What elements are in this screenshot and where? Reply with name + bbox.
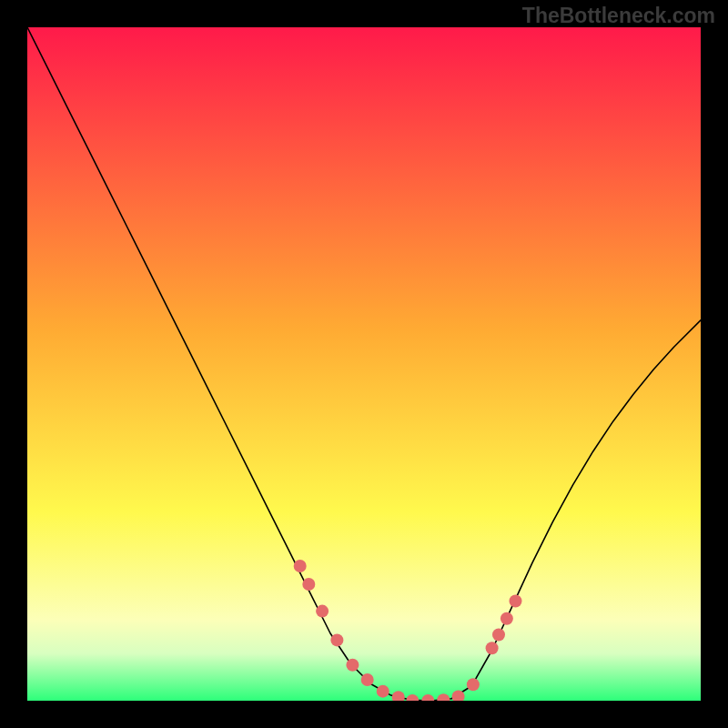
data-marker bbox=[500, 612, 513, 625]
data-marker bbox=[510, 594, 522, 607]
data-marker bbox=[330, 633, 343, 646]
gradient-background bbox=[27, 27, 701, 701]
data-marker bbox=[302, 578, 315, 591]
data-marker bbox=[467, 678, 480, 691]
data-marker bbox=[294, 560, 307, 572]
data-marker bbox=[361, 673, 374, 686]
data-marker bbox=[377, 685, 389, 698]
data-marker bbox=[486, 642, 499, 654]
chart-svg bbox=[27, 27, 701, 701]
data-marker bbox=[492, 628, 505, 641]
watermark-text: TheBottleneck.com bbox=[522, 4, 715, 28]
chart-container: TheBottleneck.com bbox=[0, 0, 728, 728]
data-marker bbox=[346, 659, 359, 672]
plot-area bbox=[27, 27, 701, 701]
data-marker bbox=[316, 605, 329, 618]
